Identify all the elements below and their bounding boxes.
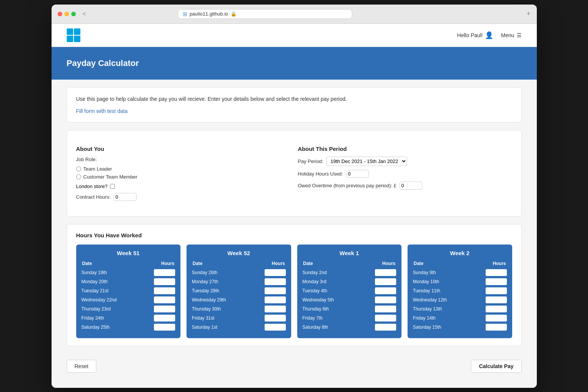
holiday-label: Holiday Hours Used: [298,171,343,177]
hours-section-title: Hours You Have Worked [76,232,512,238]
navbar-right: Hello Paul! 👤 Menu ☰ [457,31,522,39]
day-label: Monday 3rd [303,279,375,284]
pay-period-select[interactable]: 19th Dec 2021 - 15th Jan 2022 [326,157,407,166]
table-row: Saturday 25th [82,324,176,331]
day-label: Monday 20th [82,279,154,284]
table-row: Monday 27th [192,278,286,285]
table-row: Thursday 23rd [82,306,176,312]
day-hours-input[interactable] [486,315,507,321]
day-hours-input[interactable] [154,324,175,331]
day-hours-input[interactable] [486,287,507,294]
date-column-header: Date [82,261,92,266]
table-row: Thursday 13th [413,306,507,312]
maximize-button[interactable] [71,12,76,16]
contract-hours-label: Contract Hours: [76,194,111,200]
minimize-button[interactable] [64,12,69,16]
reset-button[interactable]: Reset [67,360,97,373]
coop-logo [67,28,80,42]
back-button[interactable]: < [80,10,88,18]
close-button[interactable] [58,12,62,16]
week-card-1: Week 51DateHoursSunday 19thMonday 20thTu… [76,245,181,338]
day-hours-input[interactable] [375,324,396,331]
day-hours-input[interactable] [375,306,396,312]
customer-member-option: Customer Team Member [76,174,290,180]
customer-member-radio[interactable] [76,174,81,179]
date-column-header: Date [414,261,423,266]
day-hours-input[interactable] [265,269,286,276]
overtime-input[interactable] [400,182,422,190]
day-hours-input[interactable] [486,306,507,312]
day-label: Monday 27th [192,279,265,284]
day-label: Friday 31st [192,315,265,321]
week-4-title: Week 2 [413,250,507,256]
day-hours-input[interactable] [265,324,286,331]
hero-banner: Payday Calculator [52,47,537,80]
day-label: Wednesday 29th [192,297,265,303]
menu-button[interactable]: Menu ☰ [501,32,521,38]
hours-card: Hours You Have Worked Week 51DateHoursSu… [67,224,522,346]
week-card-4: Week 2DateHoursSunday 9thMonday 10thTues… [408,245,512,338]
day-hours-input[interactable] [486,269,507,276]
team-leader-radio[interactable] [76,166,81,171]
logo-cell-4 [74,36,80,42]
week-2-header: DateHours [192,261,286,266]
day-label: Saturday 15th [413,325,486,330]
day-hours-input[interactable] [375,269,396,276]
table-row: Wednesday 5th [303,296,397,303]
hours-column-header: Hours [493,261,506,266]
holiday-hours-input[interactable] [346,170,369,178]
hours-column-header: Hours [161,261,174,266]
day-hours-input[interactable] [265,287,286,294]
day-hours-input[interactable] [154,315,175,321]
contract-hours-input[interactable] [114,193,136,201]
table-row: Friday 31st [192,315,286,321]
pay-period-label: Pay Period: [298,158,323,164]
table-row: Monday 20th [82,278,176,285]
calculate-button[interactable]: Calculate Pay [471,360,521,373]
site-icon: ⊞ [183,11,187,17]
week-card-3: Week 1DateHoursSunday 2ndMonday 3rdTuesd… [297,245,402,338]
day-hours-input[interactable] [486,324,507,331]
day-hours-input[interactable] [375,296,396,303]
day-hours-input[interactable] [265,315,286,321]
contract-hours-row: Contract Hours: [76,193,290,201]
week-4-header: DateHours [413,261,507,266]
week-1-title: Week 51 [82,250,176,256]
day-hours-input[interactable] [154,278,175,285]
day-hours-input[interactable] [486,296,507,303]
day-hours-input[interactable] [375,278,396,285]
about-period-section: About This Period Pay Period: 19th Dec 2… [298,146,512,205]
address-bar[interactable]: ⊞ paulio11.github.io 🔒 [178,9,352,19]
day-hours-input[interactable] [154,296,175,303]
day-hours-input[interactable] [154,306,175,312]
london-checkbox[interactable] [110,184,115,189]
new-tab-button[interactable]: + [527,10,531,18]
browser-window: < ⊞ paulio11.github.io 🔒 + Hello Paul! 👤 [52,5,537,388]
day-hours-input[interactable] [375,287,396,294]
day-hours-input[interactable] [265,296,286,303]
footer-buttons: Reset Calculate Pay [67,354,522,373]
day-label: Saturday 1st [192,325,265,330]
job-role-label: Job Role: [76,157,97,162]
table-row: Friday 14th [413,315,507,321]
role-radio-group: Team Leader Customer Team Member [76,166,290,180]
day-label: Sunday 19th [82,270,154,275]
week-3-title: Week 1 [303,250,397,256]
table-row: Monday 10th [413,278,507,285]
customer-member-label: Customer Team Member [83,174,138,180]
table-row: Tuesday 4th [303,287,397,294]
traffic-lights [58,12,76,16]
day-hours-input[interactable] [154,287,175,294]
day-hours-input[interactable] [265,306,286,312]
day-hours-input[interactable] [375,315,396,321]
day-hours-input[interactable] [486,278,507,285]
table-row: Sunday 2nd [303,269,397,276]
url-text: paulio11.github.io [190,11,228,17]
fill-test-data-link[interactable]: Fill form with test data [76,108,128,114]
day-hours-input[interactable] [154,269,175,276]
day-hours-input[interactable] [265,278,286,285]
day-label: Friday 24th [82,315,154,321]
table-row: Tuesday 21st [82,287,176,294]
page-content: Hello Paul! 👤 Menu ☰ Payday Calculator U… [52,24,537,388]
table-row: Saturday 15th [413,324,507,331]
